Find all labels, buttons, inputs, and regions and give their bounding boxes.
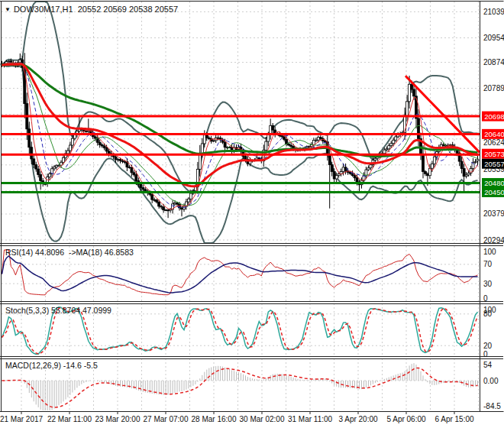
- svg-text:80: 80: [483, 310, 493, 318]
- svg-text:23 Mar 20:00: 23 Mar 20:00: [95, 415, 141, 423]
- svg-text:0: 0: [483, 294, 488, 303]
- svg-text:20874: 20874: [483, 58, 504, 66]
- svg-text:0.00: 0.00: [483, 377, 499, 385]
- svg-text:21039: 21039: [483, 8, 504, 16]
- svg-text:20480: 20480: [484, 179, 504, 187]
- svg-text:20557: 20557: [484, 160, 504, 168]
- svg-text:5 Apr 06:00: 5 Apr 06:00: [386, 415, 426, 423]
- svg-text:20450: 20450: [484, 188, 504, 196]
- chart-title-row: ▼DOW30M17,H1 20552 20569 20538 20557: [5, 5, 178, 14]
- svg-text:20954: 20954: [483, 34, 504, 42]
- stoch-indicator-label: Stoch(5,3,3) 55.8704 47.0999: [5, 306, 111, 315]
- symbol-dropdown-icon[interactable]: ▼: [5, 6, 11, 13]
- svg-text:20640: 20640: [484, 130, 504, 138]
- symbol-title: DOW30M17,H1: [14, 5, 73, 14]
- svg-text:20573: 20573: [484, 150, 504, 158]
- svg-text:30: 30: [483, 280, 493, 288]
- svg-text:20698: 20698: [484, 112, 504, 121]
- svg-text:0: 0: [483, 350, 488, 358]
- svg-text:20624: 20624: [483, 138, 504, 147]
- svg-text:20379: 20379: [483, 209, 504, 218]
- svg-text:54: 54: [483, 361, 493, 369]
- svg-text:20: 20: [483, 342, 493, 350]
- svg-text:20294: 20294: [483, 236, 504, 245]
- svg-text:3 Apr 20:00: 3 Apr 20:00: [338, 415, 378, 423]
- svg-text:21 Mar 2017: 21 Mar 2017: [0, 415, 44, 423]
- svg-text:20789: 20789: [483, 84, 504, 92]
- svg-text:-84.5: -84.5: [483, 402, 501, 410]
- svg-text:31 Mar 11:00: 31 Mar 11:00: [288, 415, 333, 423]
- rsi-indicator-label: RSI(14) 44.8096 ->MA(18) 46.8583: [5, 248, 134, 257]
- svg-text:27 Mar 07:00: 27 Mar 07:00: [144, 415, 189, 423]
- svg-text:28 Mar 16:00: 28 Mar 16:00: [192, 415, 237, 423]
- svg-text:22 Mar 11:00: 22 Mar 11:00: [47, 415, 92, 423]
- svg-text:70: 70: [483, 260, 493, 268]
- svg-text:30 Mar 02:00: 30 Mar 02:00: [240, 415, 285, 423]
- macd-indicator-label: MACD(12,26,9) -14.6 -5.5: [5, 361, 98, 370]
- ohlc-readout: 20552 20569 20538 20557: [73, 5, 179, 14]
- svg-text:6 Apr 15:00: 6 Apr 15:00: [435, 415, 474, 423]
- svg-text:100: 100: [483, 248, 496, 256]
- trading-chart-window: 2103920954208742078920624205392037920294…: [0, 0, 504, 428]
